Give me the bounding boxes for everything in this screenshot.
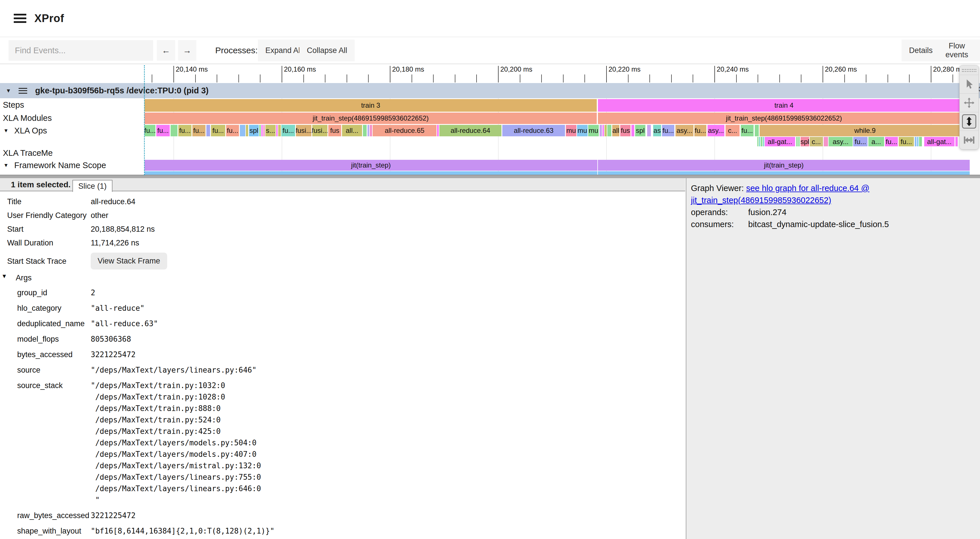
xla-ops-track-event[interactable] bbox=[647, 125, 651, 136]
xla-ops-track-event[interactable]: all-reduce.64 bbox=[439, 125, 501, 136]
xla-ops-subtrack-event[interactable]: a... bbox=[869, 137, 884, 146]
xla-ops-track-event[interactable]: fu... bbox=[145, 125, 156, 136]
panel-divider[interactable] bbox=[0, 175, 980, 178]
xla-ops-subtrack-event[interactable] bbox=[798, 137, 800, 146]
xla-ops-subtrack-event[interactable] bbox=[917, 137, 918, 146]
xla-ops-track-event[interactable]: while.9 bbox=[760, 125, 970, 136]
xla-ops-track-event[interactable] bbox=[632, 125, 634, 136]
xla-ops-track-event[interactable]: all bbox=[612, 125, 619, 136]
xla-ops-track-event[interactable] bbox=[755, 125, 759, 136]
menu-icon[interactable] bbox=[14, 14, 26, 23]
steps-track-event[interactable]: train 3 bbox=[145, 99, 597, 112]
xla-ops-track-event[interactable] bbox=[607, 125, 611, 136]
track-label-xla-ops[interactable]: ▼XLA Ops bbox=[0, 124, 143, 137]
xla-ops-subtrack-event[interactable] bbox=[759, 137, 760, 146]
xla-ops-track-event[interactable]: c... bbox=[725, 125, 740, 136]
xla-ops-subtrack-event[interactable] bbox=[796, 137, 798, 146]
xla-ops-track-event[interactable] bbox=[363, 125, 367, 136]
xla-ops-track-event[interactable] bbox=[261, 125, 263, 136]
pan-tool[interactable] bbox=[960, 93, 978, 112]
palette-drag-handle[interactable] bbox=[960, 65, 978, 75]
flow-events-button[interactable]: Flow events bbox=[934, 40, 980, 61]
xla-ops-track-event[interactable]: all-reduce.63 bbox=[502, 125, 565, 136]
xla-ops-track-event[interactable]: fu... bbox=[226, 125, 239, 136]
xla-ops-track-event[interactable]: fus bbox=[620, 125, 630, 136]
xla-ops-subtrack-event[interactable]: c... bbox=[810, 137, 823, 146]
xla-ops-subtrack-event[interactable] bbox=[919, 137, 922, 146]
track-label-xla-modules[interactable]: XLA Modules bbox=[0, 112, 143, 124]
xla-ops-track-event[interactable]: spl bbox=[249, 125, 259, 136]
prev-event-button[interactable]: ← bbox=[157, 40, 175, 61]
xla-ops-track-event[interactable] bbox=[170, 125, 177, 136]
xla-ops-track-event[interactable] bbox=[437, 125, 439, 136]
track-label-xla-traceme[interactable]: XLA TraceMe bbox=[0, 147, 143, 159]
xla-ops-track-event[interactable]: as bbox=[653, 125, 661, 136]
xla-modules-track-event[interactable]: jit_train_step(4869159985936022652) bbox=[598, 113, 970, 124]
xla-ops-track-event[interactable] bbox=[263, 125, 265, 136]
xla-ops-track-event[interactable]: fu... bbox=[178, 125, 191, 136]
xla-ops-subtrack-event[interactable]: all-gat... bbox=[924, 137, 955, 146]
collapse-device-icon[interactable]: ▼ bbox=[6, 88, 11, 94]
xla-ops-track-event[interactable]: mu bbox=[566, 125, 576, 136]
xla-ops-track-event[interactable] bbox=[206, 125, 210, 136]
xla-ops-track-event[interactable] bbox=[370, 125, 372, 136]
xla-ops-track-event[interactable] bbox=[276, 125, 278, 136]
xla-ops-track-event[interactable]: fu... bbox=[192, 125, 205, 136]
xla-ops-subtrack-event[interactable] bbox=[761, 137, 762, 146]
xla-ops-track-event[interactable]: fu... bbox=[694, 125, 706, 136]
xla-ops-track-event[interactable]: all... bbox=[342, 125, 362, 136]
xla-ops-subtrack-event[interactable]: fu... bbox=[853, 137, 867, 146]
track-label-framework-name-scope[interactable]: ▼Framework Name Scope bbox=[0, 159, 143, 171]
search-input[interactable] bbox=[9, 40, 153, 61]
xla-ops-track-event[interactable]: spl bbox=[635, 125, 646, 136]
xla-ops-track-event[interactable]: asy... bbox=[708, 125, 724, 136]
xla-ops-track-event[interactable] bbox=[600, 125, 602, 136]
xla-ops-subtrack-event[interactable] bbox=[824, 137, 828, 146]
xla-ops-track-event[interactable] bbox=[368, 125, 369, 136]
collapse-all-button[interactable]: Collapse All bbox=[299, 40, 355, 61]
xla-ops-track-event[interactable]: mu bbox=[577, 125, 588, 136]
track-label-steps[interactable]: Steps bbox=[0, 98, 143, 112]
framework-name-scope-track-event[interactable]: jit(train_step) bbox=[598, 160, 970, 171]
xla-ops-track-event[interactable]: fusi... bbox=[312, 125, 328, 136]
xla-ops-track-event[interactable]: asy... bbox=[676, 125, 694, 136]
xla-ops-subtrack-event[interactable]: spl bbox=[800, 137, 809, 146]
xla-ops-track-event[interactable]: fu... bbox=[211, 125, 225, 136]
framework-name-scope-track-event[interactable]: jit(train_step) bbox=[145, 160, 597, 171]
xla-ops-subtrack-event[interactable]: fu... bbox=[885, 137, 898, 146]
xla-ops-track-event[interactable]: all-reduce.65 bbox=[373, 125, 436, 136]
xla-ops-subtrack-event[interactable] bbox=[763, 137, 764, 146]
xla-ops-track-event[interactable] bbox=[605, 125, 607, 136]
xla-ops-track-event[interactable] bbox=[246, 125, 248, 136]
device-menu-icon[interactable] bbox=[19, 88, 27, 94]
zoom-horizontal-tool[interactable] bbox=[960, 131, 978, 149]
xla-ops-subtrack-event[interactable]: all-gat... bbox=[765, 137, 795, 146]
arg-label: source bbox=[17, 366, 91, 376]
xla-ops-subtrack-event[interactable]: fu... bbox=[899, 137, 914, 146]
args-section-header[interactable]: ▼Args bbox=[7, 274, 680, 282]
xla-ops-track-event[interactable] bbox=[278, 125, 281, 136]
xla-ops-track-event[interactable]: mu bbox=[588, 125, 599, 136]
next-event-button[interactable]: → bbox=[178, 40, 196, 61]
selection-cursor-tool[interactable] bbox=[960, 75, 978, 93]
view-stack-frame-button[interactable]: View Stack Frame bbox=[91, 253, 167, 270]
device-row[interactable]: ▼ gke-tpu-b309f56b-rq5s /device:TPU:0 (p… bbox=[0, 83, 980, 98]
xla-ops-track-event[interactable]: fu... bbox=[741, 125, 754, 136]
xla-ops-subtrack-event[interactable] bbox=[757, 137, 759, 146]
xla-modules-track-event[interactable]: jit_train_step(4869159985936022652) bbox=[145, 113, 597, 124]
xla-ops-track-event[interactable]: fu... bbox=[156, 125, 170, 136]
xla-ops-track-event[interactable]: s... bbox=[265, 125, 275, 136]
tab-slice[interactable]: Slice (1) bbox=[72, 180, 113, 192]
xla-ops-track-event[interactable]: fus bbox=[328, 125, 341, 136]
zoom-vertical-tool[interactable] bbox=[960, 112, 978, 131]
xla-ops-track-event[interactable] bbox=[603, 125, 604, 136]
xla-ops-track-event[interactable]: fusi... bbox=[296, 125, 312, 136]
xla-ops-track-event[interactable]: fu... bbox=[282, 125, 295, 136]
xla-ops-subtrack-event[interactable] bbox=[955, 137, 958, 146]
steps-track-event[interactable]: train 4 bbox=[598, 99, 970, 112]
xla-ops-subtrack-event[interactable] bbox=[915, 137, 916, 146]
xla-ops-subtrack-event[interactable]: asy... bbox=[829, 137, 853, 146]
xla-ops-track-event[interactable] bbox=[240, 125, 245, 136]
xla-ops-track-event[interactable] bbox=[259, 125, 261, 136]
xla-ops-track-event[interactable]: fu... bbox=[662, 125, 675, 136]
